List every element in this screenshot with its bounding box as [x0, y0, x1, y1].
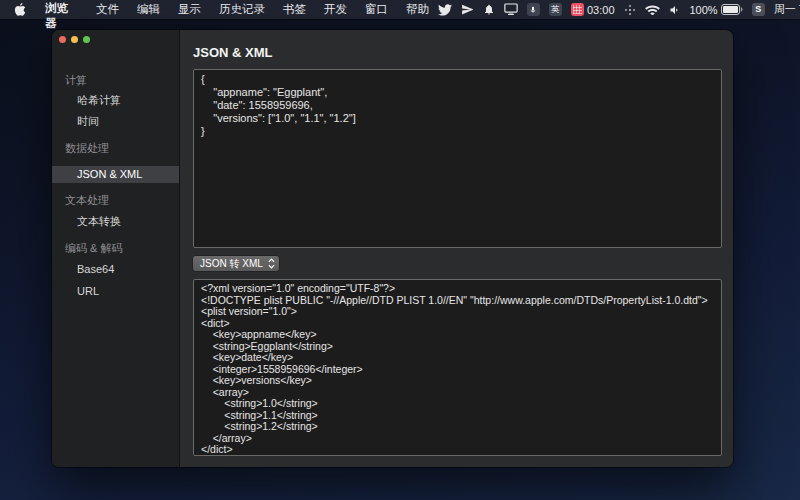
menu-history[interactable]: 历史记录: [210, 2, 274, 17]
menu-edit[interactable]: 编辑: [128, 2, 169, 17]
bell-icon[interactable]: [483, 3, 495, 16]
zoom-button[interactable]: [83, 36, 90, 43]
paper-plane-icon[interactable]: [461, 3, 474, 16]
timer-icon[interactable]: [571, 3, 584, 16]
input-method-icon[interactable]: 英: [549, 3, 562, 16]
close-button[interactable]: [59, 36, 66, 43]
json-input[interactable]: { "appname": "Eggplant", "date": 1558959…: [193, 69, 722, 248]
menu-develop[interactable]: 开发: [315, 2, 356, 17]
xml-output-text: <?xml version="1.0" encoding="UTF-8"?> <…: [194, 280, 721, 456]
twitter-icon[interactable]: [438, 4, 452, 16]
menu-view[interactable]: 显示: [169, 2, 210, 17]
volume-icon[interactable]: [669, 4, 681, 16]
sidebar-section-calculate: 计算: [52, 72, 179, 88]
sidebar-item-base64[interactable]: Base64: [52, 261, 179, 277]
app-window: 计算 哈希计算 时间 数据处理 JSON & XML 文本处理 文本转换 编码 …: [52, 30, 733, 467]
sidebar-item-json-xml[interactable]: JSON & XML: [52, 166, 179, 183]
sidebar-section-text-processing: 文本处理: [52, 192, 179, 208]
move-crosshair-icon[interactable]: [624, 4, 636, 16]
window-controls: [52, 30, 179, 43]
popup-chevrons-icon: [268, 258, 275, 269]
apple-menu[interactable]: [0, 0, 35, 19]
microphone-icon[interactable]: [527, 3, 540, 16]
sidebar-nav: 计算 哈希计算 时间 数据处理 JSON & XML 文本处理 文本转换 编码 …: [52, 72, 179, 299]
sidebar-section-encode-decode: 编码 & 解码: [52, 240, 179, 256]
menu-bar: Safari 浏览器 文件 编辑 显示 历史记录 书签 开发 窗口 帮助: [0, 0, 800, 19]
page-title: JSON & XML: [193, 45, 722, 61]
status-area: 英 03:00 100%: [438, 0, 800, 19]
desktop: Safari 浏览器 文件 编辑 显示 历史记录 书签 开发 窗口 帮助: [0, 0, 800, 500]
sidebar: 计算 哈希计算 时间 数据处理 JSON & XML 文本处理 文本转换 编码 …: [52, 30, 180, 467]
xml-output[interactable]: <?xml version="1.0" encoding="UTF-8"?> <…: [193, 279, 722, 456]
menu-help[interactable]: 帮助: [397, 2, 438, 17]
conversion-mode-popup[interactable]: JSON 转 XML: [193, 256, 279, 271]
battery-icon[interactable]: [721, 4, 743, 15]
main-panel: JSON & XML { "appname": "Eggplant", "dat…: [180, 30, 733, 467]
sidebar-item-url[interactable]: URL: [52, 283, 179, 299]
json-input-text: { "appname": "Eggplant", "date": 1558959…: [194, 70, 721, 141]
menu-app-name[interactable]: Safari 浏览器: [35, 0, 87, 31]
sidebar-item-time[interactable]: 时间: [52, 113, 179, 129]
timer-countdown: 03:00: [587, 4, 615, 16]
menu-window[interactable]: 窗口: [356, 2, 397, 17]
battery-percentage: 100%: [690, 4, 718, 16]
display-icon[interactable]: [504, 3, 518, 16]
minimize-button[interactable]: [71, 36, 78, 43]
menu-bookmarks[interactable]: 书签: [274, 2, 315, 17]
menu-bar-clock[interactable]: 周一 下午8:23: [774, 2, 800, 17]
proxy-app-icon[interactable]: S: [752, 3, 765, 16]
sidebar-item-text-convert[interactable]: 文本转换: [52, 213, 179, 229]
sidebar-item-hash[interactable]: 哈希计算: [52, 92, 179, 108]
wifi-icon[interactable]: [645, 4, 660, 15]
apple-icon: [14, 3, 26, 17]
sidebar-section-data-processing: 数据处理: [52, 140, 179, 156]
conversion-mode-value: JSON 转 XML: [200, 257, 263, 271]
menu-file[interactable]: 文件: [87, 2, 128, 17]
